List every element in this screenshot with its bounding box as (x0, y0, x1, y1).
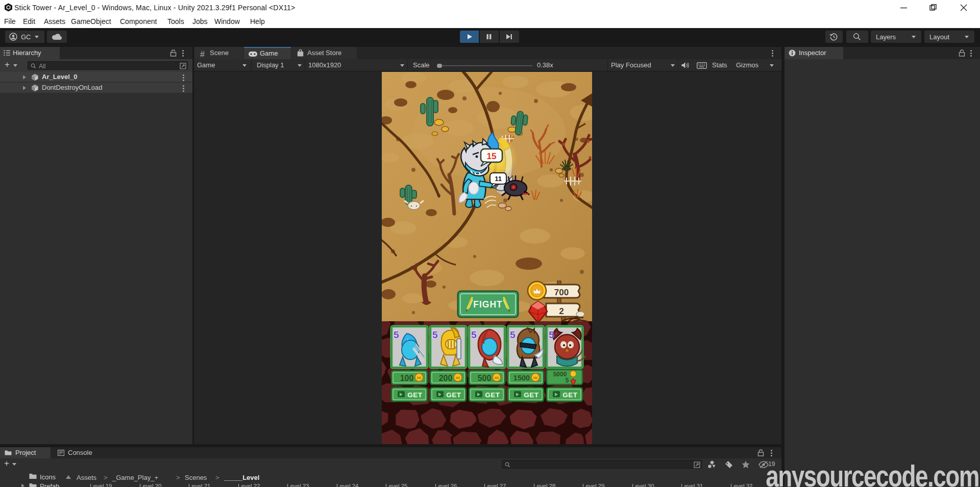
svg-text:5: 5 (549, 329, 554, 340)
svg-text:100: 100 (400, 374, 414, 382)
svg-text:500: 500 (478, 374, 492, 382)
svg-text:11: 11 (495, 175, 502, 183)
svg-text:2: 2 (559, 306, 564, 316)
svg-text:GET: GET (407, 391, 423, 399)
svg-text:1500: 1500 (513, 374, 530, 382)
svg-text:*: * (555, 331, 558, 338)
svg-text:700: 700 (554, 288, 569, 297)
svg-text:5: 5 (471, 329, 477, 340)
svg-text:5: 5 (394, 329, 399, 340)
svg-text:5: 5 (566, 377, 569, 384)
svg-text:GET: GET (562, 391, 578, 399)
svg-text:15: 15 (487, 151, 497, 161)
svg-text:5000: 5000 (553, 371, 567, 378)
svg-text:5: 5 (432, 329, 438, 340)
svg-text:5: 5 (510, 329, 516, 340)
svg-text:GET: GET (446, 391, 461, 399)
svg-text:GET: GET (524, 391, 539, 399)
svg-text:200: 200 (439, 374, 453, 382)
svg-text:GET: GET (485, 391, 500, 399)
svg-text:FIGHT: FIGHT (473, 299, 503, 310)
